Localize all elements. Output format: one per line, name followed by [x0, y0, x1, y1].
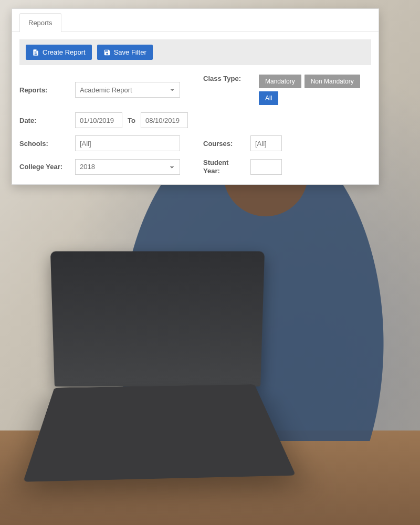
field-reports: Reports: Academic Report — [19, 75, 203, 105]
class-type-toggle-group: Mandatory Non Mandatory All — [259, 75, 380, 105]
class-type-label: Class Type: — [203, 75, 254, 82]
field-schools: Schools: — [19, 135, 203, 151]
toolbar: Create Report Save Filter — [19, 39, 371, 65]
reports-panel: Reports Create Report Save Filter Report… — [12, 8, 379, 185]
spacer — [203, 112, 387, 128]
reports-select[interactable]: Academic Report — [75, 82, 180, 98]
tab-bar: Reports — [12, 9, 379, 32]
schools-input[interactable] — [75, 135, 180, 151]
college-year-label: College Year: — [19, 163, 70, 171]
student-year-label: Student Year: — [203, 159, 245, 175]
date-to-input[interactable] — [141, 112, 188, 128]
reports-label: Reports: — [19, 86, 70, 94]
tab-reports[interactable]: Reports — [19, 13, 61, 32]
college-year-select[interactable]: 2018 — [75, 159, 180, 175]
laptop-base — [23, 384, 296, 482]
date-label: Date: — [19, 117, 70, 124]
date-to-separator: To — [128, 117, 135, 124]
class-type-all[interactable]: All — [259, 91, 278, 105]
save-filter-label: Save Filter — [114, 48, 146, 56]
create-report-label: Create Report — [43, 48, 86, 56]
create-report-button[interactable]: Create Report — [26, 45, 92, 60]
field-student-year: Student Year: — [203, 159, 387, 175]
save-icon — [103, 49, 111, 56]
field-college-year: College Year: 2018 — [19, 159, 203, 175]
class-type-non-mandatory[interactable]: Non Mandatory — [304, 75, 360, 88]
field-courses: Courses: — [203, 135, 387, 151]
schools-label: Schools: — [19, 140, 70, 148]
filter-form: Reports: Academic Report Class Type: Man… — [12, 72, 379, 184]
laptop-screen — [50, 251, 265, 387]
courses-label: Courses: — [203, 140, 245, 148]
field-class-type: Class Type: Mandatory Non Mandatory All — [203, 75, 387, 105]
student-year-input[interactable] — [250, 159, 282, 175]
courses-input[interactable] — [250, 135, 282, 151]
document-icon — [32, 49, 39, 56]
field-date: Date: To — [19, 112, 203, 128]
save-filter-button[interactable]: Save Filter — [97, 45, 153, 60]
date-from-input[interactable] — [75, 112, 122, 128]
class-type-mandatory[interactable]: Mandatory — [259, 75, 301, 88]
tab-label: Reports — [28, 19, 52, 27]
